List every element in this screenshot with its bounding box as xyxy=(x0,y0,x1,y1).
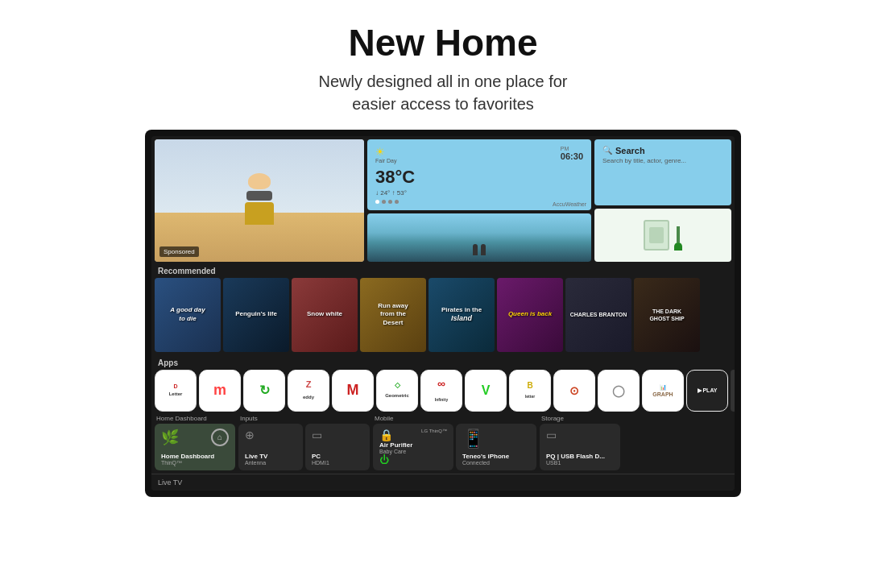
app-geometric[interactable]: ◇Geometric xyxy=(376,370,418,412)
home-leaf-icon: 🌿 xyxy=(161,429,179,446)
app-v[interactable]: V xyxy=(465,370,507,412)
app-arrow-right[interactable]: › xyxy=(731,370,735,412)
sun-icon: ☀ xyxy=(375,146,396,158)
antenna-icon: ⊕ xyxy=(245,429,255,441)
search-header: 🔍 Search xyxy=(602,146,723,155)
app-b-letter[interactable]: Bletter xyxy=(509,370,551,412)
inputs-label: Inputs xyxy=(238,415,370,422)
person-jacket xyxy=(245,202,274,225)
hero-row: Sponsored ☀ Fair Day PM 06:30 xyxy=(151,136,735,263)
page-container: New Home Newly designed all in one place… xyxy=(0,0,886,588)
live-tv-info: Live TV Antenna xyxy=(245,453,267,466)
plant-shape xyxy=(674,222,682,251)
rec-card-5-text: Pirates in theIsland xyxy=(438,303,485,327)
tv-screen: Sponsored ☀ Fair Day PM 06:30 xyxy=(145,130,741,497)
hero-main-image[interactable]: Sponsored xyxy=(155,139,364,262)
page-title: New Home xyxy=(318,23,567,64)
weather-time: 06:30 xyxy=(561,151,583,161)
binoculars xyxy=(246,191,272,201)
chair-back xyxy=(649,227,664,243)
app-big-m[interactable]: M xyxy=(332,370,374,412)
rec-card-8[interactable]: THE DARKGHOST SHIP xyxy=(634,278,700,352)
search-card-title: Search xyxy=(615,146,645,155)
rec-card-6[interactable]: Queen is back xyxy=(497,278,563,352)
figure-2 xyxy=(481,244,486,255)
iphone-card[interactable]: 📱 Teneo's iPhone Connected xyxy=(456,424,536,470)
rec-card-1-text: A good dayto die xyxy=(167,303,208,326)
search-card[interactable]: 🔍 Search Search by title, actor, genre..… xyxy=(594,139,731,205)
hero-right: 🔍 Search Search by title, actor, genre..… xyxy=(594,139,731,262)
search-card-subtitle: Search by title, actor, genre... xyxy=(602,157,723,164)
person-head xyxy=(248,173,271,189)
rec-card-1[interactable]: A good dayto die xyxy=(155,278,221,352)
dot-4 xyxy=(395,200,399,204)
apps-row: DLetter m ↻ Zeddy M ◇Geometric ∞ xyxy=(151,370,735,415)
usb-icon: ▭ xyxy=(546,429,557,441)
inputs-cards: ⊕ Live TV Antenna ▭ PC HDMI1 xyxy=(238,424,370,470)
lake-figures xyxy=(473,244,486,255)
live-tv-card[interactable]: ⊕ Live TV Antenna xyxy=(238,424,303,470)
weather-condition: Fair Day xyxy=(375,158,396,164)
home-card-inner: 🌿 ⌂ xyxy=(161,429,229,446)
air-purifier-top: 🔒 LG ThinQ™ xyxy=(379,429,447,441)
app-oval[interactable]: ◯ xyxy=(598,370,640,412)
rec-card-3-text: Snow white xyxy=(304,307,346,321)
weather-right: PM 06:30 xyxy=(561,146,583,161)
chair-shape xyxy=(644,220,669,251)
dot-3 xyxy=(388,200,392,204)
usb-info: PQ | USB Flash D... USB1 xyxy=(546,453,605,466)
rec-card-8-text: THE DARKGHOST SHIP xyxy=(646,304,687,325)
search-icon: 🔍 xyxy=(602,146,612,155)
dashboard-row: Home Dashboard 🌿 ⌂ Home Dashboard ThinQ™ xyxy=(151,415,735,474)
home-dashboard-card[interactable]: 🌿 ⌂ Home Dashboard ThinQ™ xyxy=(155,424,235,470)
rec-card-4[interactable]: Run awayfrom theDesert xyxy=(360,278,426,352)
air-purifier-icon: 🔒 xyxy=(379,429,393,441)
header-section: New Home Newly designed all in one place… xyxy=(318,0,567,130)
chair-card[interactable] xyxy=(594,209,731,262)
home-card-title: Home Dashboard ThinQ™ xyxy=(161,453,214,466)
pc-card[interactable]: ▭ PC HDMI1 xyxy=(305,424,370,470)
weather-top: ☀ Fair Day PM 06:30 xyxy=(375,146,583,164)
plant-stem xyxy=(677,226,680,242)
hero-middle: ☀ Fair Day PM 06:30 38°C ↓ 24° ↑ 53° xyxy=(367,139,591,262)
rec-card-4-text: Run awayfrom theDesert xyxy=(375,299,411,330)
weather-temp: 38°C xyxy=(375,167,583,188)
app-d-letter[interactable]: DLetter xyxy=(155,370,197,412)
app-circle[interactable]: ⊙ xyxy=(553,370,595,412)
monitor-icon: ▭ xyxy=(312,429,322,441)
recommended-row: A good dayto die Penguin's life Snow whi… xyxy=(151,278,735,355)
live-tv-bar: Live TV xyxy=(151,474,735,491)
figure-1 xyxy=(473,244,478,255)
app-loop[interactable]: ↻ xyxy=(243,370,285,412)
rec-card-2[interactable]: Penguin's life xyxy=(223,278,289,352)
dot-1 xyxy=(375,200,379,204)
home-dashboard-label: Home Dashboard xyxy=(155,415,235,422)
apps-label: Apps xyxy=(151,355,735,370)
weather-range: ↓ 24° ↑ 53° xyxy=(375,189,583,197)
app-zeddy[interactable]: Zeddy xyxy=(288,370,329,412)
app-infinity[interactable]: ∞Infinity xyxy=(420,370,462,412)
rec-card-7[interactable]: CHARLES BRANTON xyxy=(565,278,631,352)
tv-inner: Sponsored ☀ Fair Day PM 06:30 xyxy=(151,136,735,491)
weather-card[interactable]: ☀ Fair Day PM 06:30 38°C ↓ 24° ↑ 53° xyxy=(367,139,591,210)
thinq-label: LG ThinQ™ xyxy=(421,429,447,433)
app-graph[interactable]: 📊GRAPH xyxy=(642,370,684,412)
app-play[interactable]: ▶ PLAY xyxy=(686,370,728,412)
iphone-icon: 📱 xyxy=(462,429,484,449)
recommended-label: Recommended xyxy=(151,263,735,278)
rec-card-3[interactable]: Snow white xyxy=(292,278,358,352)
mobile-label: Mobile xyxy=(373,415,536,422)
dot-2 xyxy=(382,200,386,204)
weather-pm: PM xyxy=(561,146,583,151)
rec-card-5[interactable]: Pirates in theIsland xyxy=(429,278,495,352)
mobile-section: Mobile 🔒 LG ThinQ™ Air Purifier Baby Car… xyxy=(373,415,536,470)
power-icon: ⏻ xyxy=(379,454,389,466)
rec-card-2-text: Penguin's life xyxy=(232,307,280,321)
lake-card[interactable] xyxy=(367,213,591,262)
app-m[interactable]: m xyxy=(199,370,241,412)
air-purifier-info: Air Purifier Baby Care xyxy=(379,441,412,454)
rec-card-7-text: CHARLES BRANTON xyxy=(567,308,631,321)
air-purifier-card[interactable]: 🔒 LG ThinQ™ Air Purifier Baby Care ⏻ xyxy=(373,424,453,470)
home-circle-icon: ⌂ xyxy=(211,429,229,446)
usb-card[interactable]: ▭ PQ | USB Flash D... USB1 xyxy=(540,424,620,470)
